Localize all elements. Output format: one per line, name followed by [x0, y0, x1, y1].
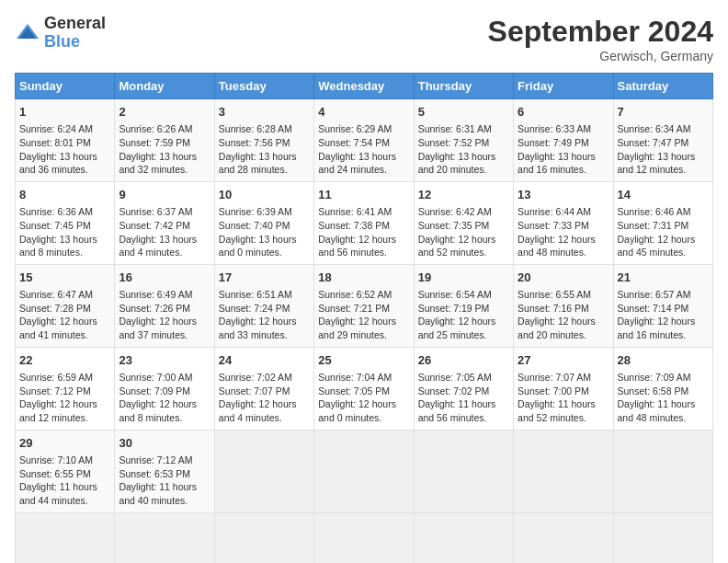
sunrise-label: Sunrise: 7:04 AM: [318, 372, 392, 383]
empty-cell: [16, 512, 115, 563]
daylight-label: Daylight: 12 hours and 37 minutes.: [119, 316, 197, 340]
daylight-label: Daylight: 12 hours and 25 minutes.: [418, 316, 496, 340]
sunset-label: Sunset: 7:28 PM: [19, 303, 91, 314]
daylight-label: Daylight: 12 hours and 52 minutes.: [418, 234, 496, 259]
calendar-cell: 17 Sunrise: 6:51 AM Sunset: 7:24 PM Dayl…: [214, 264, 313, 347]
calendar-cell: 1 Sunrise: 6:24 AM Sunset: 8:01 PM Dayli…: [16, 99, 115, 182]
daylight-label: Daylight: 12 hours and 16 minutes.: [618, 316, 696, 340]
sunrise-label: Sunrise: 6:52 AM: [318, 289, 392, 300]
logo: General Blue: [15, 15, 106, 52]
daylight-label: Daylight: 12 hours and 41 minutes.: [19, 316, 97, 340]
sunset-label: Sunset: 7:40 PM: [219, 220, 290, 231]
day-number: 11: [318, 187, 409, 203]
calendar-cell: 12 Sunrise: 6:42 AM Sunset: 7:35 PM Dayl…: [414, 181, 513, 264]
sunrise-label: Sunrise: 6:41 AM: [318, 206, 392, 217]
calendar-cell: 19 Sunrise: 6:54 AM Sunset: 7:19 PM Dayl…: [414, 264, 513, 347]
sunset-label: Sunset: 6:58 PM: [618, 385, 689, 396]
sunset-label: Sunset: 7:02 PM: [418, 385, 490, 396]
logo-text: General Blue: [44, 15, 106, 52]
sunset-label: Sunset: 7:07 PM: [219, 385, 290, 396]
sunrise-label: Sunrise: 6:57 AM: [618, 289, 691, 300]
day-number: 5: [418, 104, 509, 121]
sunset-label: Sunset: 6:53 PM: [119, 468, 190, 479]
day-number: 14: [618, 187, 709, 203]
daylight-label: Daylight: 13 hours and 32 minutes.: [119, 151, 197, 176]
sunset-label: Sunset: 7:14 PM: [618, 303, 689, 314]
calendar-row: [16, 512, 713, 563]
calendar-cell: 24 Sunrise: 7:02 AM Sunset: 7:07 PM Dayl…: [214, 347, 313, 430]
daylight-label: Daylight: 12 hours and 8 minutes.: [119, 398, 197, 423]
sunrise-label: Sunrise: 6:29 AM: [318, 123, 392, 134]
day-number: 3: [219, 104, 310, 121]
daylight-label: Daylight: 13 hours and 12 minutes.: [618, 151, 696, 176]
title-block: September 2024 Gerwisch, Germany: [488, 15, 713, 63]
daylight-label: Daylight: 13 hours and 36 minutes.: [19, 151, 97, 176]
day-number: 17: [219, 270, 310, 286]
daylight-label: Daylight: 12 hours and 29 minutes.: [318, 316, 396, 340]
calendar-cell: 6 Sunrise: 6:33 AM Sunset: 7:49 PM Dayli…: [514, 99, 613, 182]
sunset-label: Sunset: 7:49 PM: [518, 137, 589, 148]
day-number: 29: [19, 435, 110, 452]
daylight-label: Daylight: 12 hours and 45 minutes.: [618, 234, 696, 259]
calendar-cell: 28 Sunrise: 7:09 AM Sunset: 6:58 PM Dayl…: [613, 347, 712, 430]
calendar-cell: 18 Sunrise: 6:52 AM Sunset: 7:21 PM Dayl…: [314, 264, 414, 347]
day-number: 7: [618, 104, 709, 121]
day-number: 24: [219, 352, 310, 369]
sunrise-label: Sunrise: 6:37 AM: [119, 206, 192, 217]
empty-cell: [414, 430, 513, 512]
day-number: 25: [318, 352, 409, 369]
day-number: 8: [19, 187, 110, 203]
logo-icon: [15, 20, 40, 46]
sunrise-label: Sunrise: 6:51 AM: [219, 289, 292, 300]
sunset-label: Sunset: 7:38 PM: [318, 220, 390, 231]
sunset-label: Sunset: 7:45 PM: [19, 220, 91, 231]
sunrise-label: Sunrise: 6:34 AM: [618, 123, 691, 134]
calendar-cell: 23 Sunrise: 7:00 AM Sunset: 7:09 PM Dayl…: [115, 347, 214, 430]
sunset-label: Sunset: 7:59 PM: [119, 137, 190, 148]
empty-cell: [214, 430, 313, 512]
calendar-cell: 4 Sunrise: 6:29 AM Sunset: 7:54 PM Dayli…: [314, 99, 414, 182]
sunrise-label: Sunrise: 6:46 AM: [618, 206, 691, 217]
sunrise-label: Sunrise: 7:02 AM: [219, 372, 292, 383]
location: Gerwisch, Germany: [488, 49, 713, 63]
daylight-label: Daylight: 13 hours and 0 minutes.: [219, 234, 297, 259]
empty-cell: [314, 512, 414, 563]
calendar-cell: 16 Sunrise: 6:49 AM Sunset: 7:26 PM Dayl…: [115, 264, 214, 347]
day-number: 9: [119, 187, 210, 203]
daylight-label: Daylight: 11 hours and 48 minutes.: [618, 398, 696, 423]
day-number: 10: [219, 187, 310, 203]
empty-cell: [613, 512, 712, 563]
empty-cell: [514, 430, 613, 512]
day-number: 28: [618, 352, 709, 369]
calendar-cell: 3 Sunrise: 6:28 AM Sunset: 7:56 PM Dayli…: [214, 99, 313, 182]
col-monday: Monday: [115, 74, 214, 99]
sunrise-label: Sunrise: 7:07 AM: [518, 372, 591, 383]
sunrise-label: Sunrise: 6:31 AM: [418, 123, 492, 134]
day-number: 20: [518, 270, 609, 286]
sunset-label: Sunset: 7:05 PM: [318, 385, 390, 396]
sunrise-label: Sunrise: 6:28 AM: [219, 123, 292, 134]
sunset-label: Sunset: 8:01 PM: [19, 137, 91, 148]
daylight-label: Daylight: 11 hours and 44 minutes.: [19, 481, 97, 506]
daylight-label: Daylight: 13 hours and 24 minutes.: [318, 151, 396, 176]
day-number: 26: [418, 352, 509, 369]
day-number: 15: [19, 270, 110, 286]
empty-cell: [414, 512, 513, 563]
empty-cell: [314, 430, 414, 512]
calendar-cell: 2 Sunrise: 6:26 AM Sunset: 7:59 PM Dayli…: [115, 99, 214, 182]
calendar-cell: 21 Sunrise: 6:57 AM Sunset: 7:14 PM Dayl…: [613, 264, 712, 347]
col-sunday: Sunday: [16, 74, 115, 99]
sunrise-label: Sunrise: 6:36 AM: [19, 206, 93, 217]
day-number: 4: [318, 104, 409, 121]
calendar-cell: 7 Sunrise: 6:34 AM Sunset: 7:47 PM Dayli…: [613, 99, 712, 182]
sunrise-label: Sunrise: 6:59 AM: [19, 372, 93, 383]
sunrise-label: Sunrise: 6:42 AM: [418, 206, 492, 217]
sunrise-label: Sunrise: 6:39 AM: [219, 206, 292, 217]
day-number: 13: [518, 187, 609, 203]
sunrise-label: Sunrise: 6:44 AM: [518, 206, 591, 217]
sunset-label: Sunset: 7:21 PM: [318, 303, 390, 314]
daylight-label: Daylight: 12 hours and 56 minutes.: [318, 234, 396, 259]
sunset-label: Sunset: 7:33 PM: [518, 220, 589, 231]
sunrise-label: Sunrise: 6:24 AM: [19, 123, 93, 134]
sunset-label: Sunset: 7:52 PM: [418, 137, 490, 148]
